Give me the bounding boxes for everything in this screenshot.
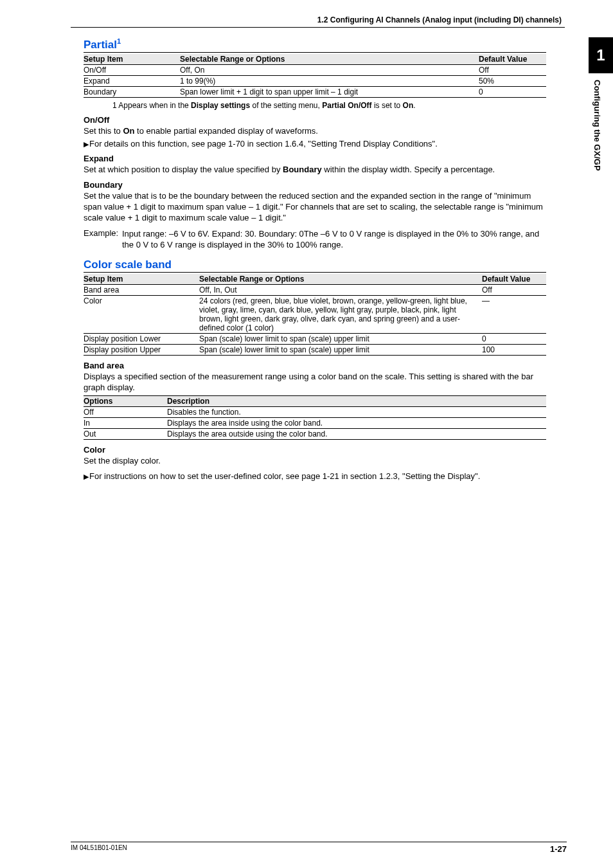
footer-page-number: 1-27: [550, 844, 567, 854]
cell-item: Display position Upper: [84, 344, 199, 355]
table-row: Display position Lower Span (scale) lowe…: [84, 333, 546, 344]
xref-text: For instructions on how to set the user-…: [89, 471, 480, 481]
table-row: In Displays the area inside using the co…: [84, 417, 546, 428]
table-header-row: Setup Item Selectable Range or Options D…: [84, 274, 546, 285]
th-setup-item: Setup Item: [84, 274, 199, 285]
example-body: Input range: –6 V to 6V. Expand: 30. Bou…: [122, 228, 546, 251]
text-bold: On: [123, 126, 134, 136]
para-band-area: Displays a specified section of the meas…: [84, 372, 546, 393]
cell-default: 0: [479, 86, 546, 97]
footnote-text: 1 Appears when in the: [112, 101, 191, 110]
th-options: Options: [84, 395, 167, 406]
text: Set this to: [84, 126, 123, 136]
running-header: 1.2 Configuring AI Channels (Analog inpu…: [317, 15, 562, 24]
heading-color-scale-band: Color scale band: [84, 258, 546, 273]
cell-item: On/Off: [84, 64, 180, 75]
cell-range: 24 colors (red, green, blue, blue violet…: [199, 295, 482, 333]
table-row: On/Off Off, On Off: [84, 64, 546, 75]
table-row: Boundary Span lower limit + 1 digit to s…: [84, 86, 546, 97]
heading-expand: Expand: [84, 154, 546, 163]
header-rule: [71, 27, 565, 28]
text: Set at which position to display the val…: [84, 165, 283, 174]
heading-band-area: Band area: [84, 361, 546, 370]
heading-partial-text: Partial: [84, 39, 117, 51]
footnote-partial: 1 Appears when in the Display settings o…: [112, 101, 546, 110]
footnote-bold: Display settings: [191, 101, 250, 110]
para-boundary: Set the value that is to be the boundary…: [84, 191, 546, 224]
table-row: Display position Upper Span (scale) lowe…: [84, 344, 546, 355]
footer: IM 04L51B01-01EN 1-27: [71, 842, 567, 854]
cell-item: Boundary: [84, 86, 180, 97]
table-band-area-options: Options Description Off Disables the fun…: [84, 395, 546, 440]
table-row: Off Disables the function.: [84, 406, 546, 417]
heading-color: Color: [84, 445, 546, 455]
cell-option: In: [84, 417, 167, 428]
th-setup-item: Setup Item: [84, 54, 180, 65]
cell-range: Off, In, Out: [199, 284, 482, 295]
side-tab: 1 Configuring the GX/GP: [589, 37, 613, 171]
cell-range: Off, On: [180, 64, 479, 75]
cell-item: Band area: [84, 284, 199, 295]
example-label: Example:: [84, 228, 118, 238]
cell-item: Expand: [84, 75, 180, 86]
th-range: Selectable Range or Options: [180, 54, 479, 65]
chapter-number-tab: 1: [589, 37, 613, 73]
footnote-bold: Partial On/Off: [322, 101, 371, 110]
para-expand: Set at which position to display the val…: [84, 165, 546, 176]
footer-doc-id: IM 04L51B01-01EN: [71, 844, 127, 851]
cell-range: Span (scale) lower limit to span (scale)…: [199, 333, 482, 344]
xref-color: For instructions on how to set the user-…: [84, 471, 546, 481]
cell-description: Disables the function.: [167, 406, 546, 417]
th-default: Default Value: [482, 274, 546, 285]
chapter-title-vertical: Configuring the GX/GP: [592, 73, 610, 171]
table-header-row: Options Description: [84, 395, 546, 406]
cell-item: Color: [84, 295, 199, 333]
footnote-text: is set to: [372, 101, 403, 110]
footnote-bold: On: [403, 101, 414, 110]
xref-text: For details on this function, see page 1…: [89, 139, 438, 149]
table-row: Expand 1 to 99(%) 50%: [84, 75, 546, 86]
cell-item: Display position Lower: [84, 333, 199, 344]
table-color-scale-band: Setup Item Selectable Range or Options D…: [84, 274, 546, 356]
cell-description: Displays the area outside using the colo…: [167, 428, 546, 439]
table-header-row: Setup Item Selectable Range or Options D…: [84, 54, 546, 65]
text: to enable partial expanded display of wa…: [134, 126, 317, 136]
xref-onoff: For details on this function, see page 1…: [84, 139, 546, 149]
cell-range: 1 to 99(%): [180, 75, 479, 86]
cell-default: Off: [479, 64, 546, 75]
th-range: Selectable Range or Options: [199, 274, 482, 285]
cell-default: 100: [482, 344, 546, 355]
footnote-text: of the setting menu,: [250, 101, 322, 110]
cell-default: —: [482, 295, 546, 333]
th-default: Default Value: [479, 54, 546, 65]
table-row: Band area Off, In, Out Off: [84, 284, 546, 295]
heading-partial-sup: 1: [117, 37, 121, 45]
text: within the display width. Specify a perc…: [322, 165, 495, 174]
cell-default: 50%: [479, 75, 546, 86]
heading-onoff: On/Off: [84, 115, 546, 125]
cell-range: Span (scale) lower limit to span (scale)…: [199, 344, 482, 355]
table-partial: Setup Item Selectable Range or Options D…: [84, 54, 546, 98]
cell-range: Span lower limit + 1 digit to span upper…: [180, 86, 479, 97]
text-bold: Boundary: [283, 165, 322, 174]
cell-option: Off: [84, 406, 167, 417]
cell-default: 0: [482, 333, 546, 344]
cell-description: Displays the area inside using the color…: [167, 417, 546, 428]
table-row: Out Displays the area outside using the …: [84, 428, 546, 439]
example-boundary: Example: Input range: –6 V to 6V. Expand…: [84, 228, 546, 251]
cell-option: Out: [84, 428, 167, 439]
heading-partial: Partial1: [84, 37, 546, 53]
para-color: Set the display color.: [84, 456, 546, 467]
th-description: Description: [167, 395, 546, 406]
cell-default: Off: [482, 284, 546, 295]
heading-boundary: Boundary: [84, 180, 546, 190]
para-onoff: Set this to On to enable partial expande…: [84, 126, 546, 137]
footnote-text: .: [413, 101, 415, 110]
table-row: Color 24 colors (red, green, blue, blue …: [84, 295, 546, 333]
